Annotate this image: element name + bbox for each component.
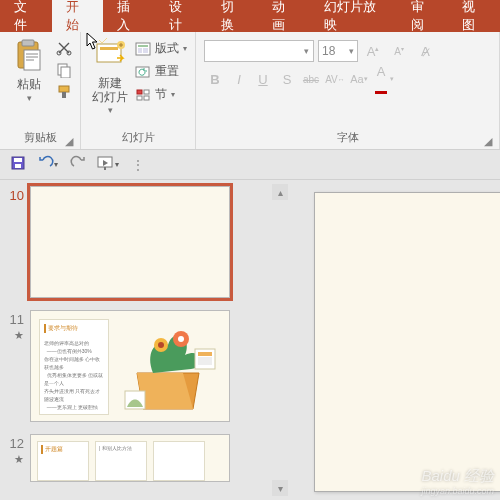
font-family-select[interactable]: ▾	[204, 40, 314, 62]
svg-point-27	[158, 342, 164, 348]
redo-button[interactable]	[68, 155, 88, 175]
svg-rect-10	[100, 47, 118, 50]
slide-thumbnail-11[interactable]: 要求与期待 老师的评率高总对的 ——但也有例外30%你在这中时间越多 心中收获也…	[30, 310, 230, 422]
thumb-number: 10	[2, 186, 30, 298]
tab-home[interactable]: 开始	[52, 0, 104, 32]
svg-rect-22	[14, 158, 22, 162]
thumb-card: 开题篇	[37, 441, 89, 481]
layout-label: 版式	[155, 40, 179, 57]
decrease-font-icon: A▾	[394, 45, 404, 57]
paste-label: 粘贴	[17, 76, 41, 93]
layout-icon	[135, 41, 151, 57]
thumb-number: 11★	[2, 310, 30, 422]
dialog-launcher-icon[interactable]: ◢	[483, 135, 493, 145]
tab-design[interactable]: 设计	[155, 0, 207, 32]
font-size-value: 18	[322, 44, 335, 58]
tab-file[interactable]: 文件	[0, 0, 52, 32]
slide-thumbnail-12[interactable]: 开题篇 | 和别人比方法	[30, 434, 230, 482]
svg-rect-17	[137, 90, 142, 94]
font-color-icon: A	[372, 64, 390, 94]
thumb-card: 要求与期待 老师的评率高总对的 ——但也有例外30%你在这中时间越多 心中收获也…	[39, 319, 109, 415]
workspace: 10 11★ 要求与期待 老师的评率高总对的 ——但也有例外30%你在这中时间越…	[0, 180, 500, 500]
section-button[interactable]: 节 ▾	[135, 86, 187, 103]
svg-rect-14	[138, 48, 142, 53]
undo-button[interactable]: ▾	[38, 155, 58, 175]
svg-rect-32	[198, 357, 212, 365]
layout-button[interactable]: 版式 ▾	[135, 40, 187, 57]
tab-view[interactable]: 视图	[448, 0, 500, 32]
increase-font-button[interactable]: A▴	[362, 40, 384, 62]
cursor-icon	[86, 33, 100, 51]
bold-button[interactable]: B	[204, 68, 226, 90]
thumb-card: | 和别人比方法	[95, 441, 147, 481]
thumbnail-scrollbar[interactable]: ▴ ▾	[272, 184, 288, 496]
new-slide-label: 新建 幻灯片	[92, 76, 128, 105]
paste-button[interactable]: 粘贴 ▾	[6, 36, 52, 103]
underline-button[interactable]: U	[252, 68, 274, 90]
strike-button[interactable]: S	[276, 68, 298, 90]
svg-rect-18	[144, 90, 149, 94]
scroll-up-icon[interactable]: ▴	[272, 184, 288, 200]
shadow-button[interactable]: abc	[300, 68, 322, 90]
cut-button[interactable]	[56, 40, 72, 56]
scroll-down-icon[interactable]: ▾	[272, 480, 288, 496]
slide-thumbnail-panel: 10 11★ 要求与期待 老师的评率高总对的 ——但也有例外30%你在这中时间越…	[0, 180, 290, 500]
char-spacing-button[interactable]: AV↔	[324, 68, 346, 90]
svg-rect-25	[104, 167, 106, 170]
change-case-button[interactable]: Aa▾	[348, 68, 370, 90]
svg-rect-1	[22, 40, 34, 46]
chevron-down-icon: ▾	[349, 46, 354, 56]
eraser-icon: A̷	[421, 44, 430, 59]
copy-button[interactable]	[56, 62, 72, 78]
reset-label: 重置	[155, 63, 179, 80]
svg-point-29	[178, 336, 184, 342]
group-label-clipboard: 剪贴板◢	[6, 128, 74, 147]
cut-icon	[56, 40, 72, 56]
group-font: ▾ 18 ▾ A▴ A▾ A̷ B I U S abc AV↔ Aa▾ A▾	[196, 32, 500, 149]
decrease-font-button[interactable]: A▾	[388, 40, 410, 62]
svg-rect-8	[62, 92, 66, 98]
thumb11-title: 要求与期待	[44, 324, 104, 333]
case-label: Aa	[350, 73, 363, 85]
clear-format-button[interactable]: A̷	[414, 40, 436, 62]
watermark: Baidu 经验 jingyan.baidu.com	[421, 467, 494, 496]
svg-rect-13	[138, 45, 148, 47]
font-color-button[interactable]: A▾	[372, 68, 394, 90]
svg-rect-7	[59, 86, 69, 92]
svg-rect-6	[61, 67, 70, 78]
qat-customize-button[interactable]: ⋮	[128, 155, 148, 175]
watermark-brand: Baidu 经验	[421, 467, 494, 484]
presentation-icon	[97, 155, 115, 175]
tab-slideshow[interactable]: 幻灯片放映	[310, 0, 397, 32]
dropdown-icon: ▾	[27, 93, 32, 103]
paste-icon	[12, 38, 46, 72]
tab-review[interactable]: 审阅	[397, 0, 449, 32]
font-size-select[interactable]: 18 ▾	[318, 40, 358, 62]
format-painter-button[interactable]	[56, 84, 72, 100]
svg-rect-15	[143, 48, 148, 53]
tab-animation[interactable]: 动画	[258, 0, 310, 32]
copy-icon	[56, 62, 72, 78]
slide-thumbnail-10[interactable]	[30, 186, 230, 298]
brush-icon	[56, 84, 72, 100]
reset-icon	[135, 64, 151, 80]
group-label-font: 字体◢	[202, 128, 493, 147]
section-label: 节	[155, 86, 167, 103]
tab-insert[interactable]: 插入	[103, 0, 155, 32]
thumb-number: 12★	[2, 434, 30, 482]
start-from-beginning-button[interactable]: ▾	[98, 155, 118, 175]
dialog-launcher-icon[interactable]: ◢	[64, 135, 74, 145]
italic-button[interactable]: I	[228, 68, 250, 90]
save-button[interactable]	[8, 155, 28, 175]
group-label-slides: 幻灯片	[87, 128, 189, 147]
redo-icon	[70, 155, 86, 175]
save-icon	[10, 155, 26, 175]
section-icon	[135, 87, 151, 103]
tab-transition[interactable]: 切换	[207, 0, 259, 32]
quick-access-toolbar: ▾ ▾ ⋮	[0, 150, 500, 180]
animation-indicator-icon: ★	[14, 453, 24, 465]
reset-button[interactable]: 重置	[135, 63, 187, 80]
slide-canvas[interactable]	[314, 192, 500, 492]
group-clipboard: 粘贴 ▾ 剪贴板◢	[0, 32, 81, 149]
svg-rect-23	[15, 164, 21, 168]
